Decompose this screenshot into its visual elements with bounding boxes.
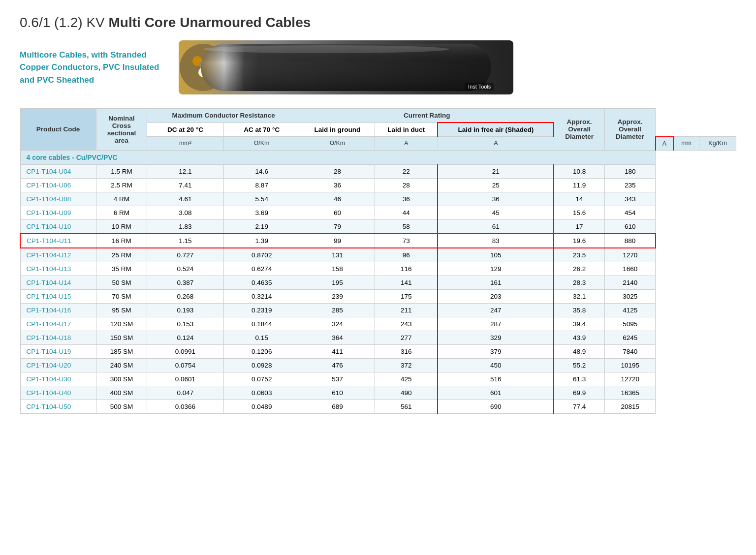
- cell-8: 180: [605, 164, 656, 178]
- table-row: CP1-T104-U18150 SM0.1240.1536427732943.9…: [20, 331, 736, 344]
- cell-8: 343: [605, 192, 656, 206]
- cell-6: 379: [438, 344, 554, 358]
- header-nominal-cross: NominalCrosssectionalarea: [96, 109, 147, 151]
- cell-6: 247: [438, 303, 554, 317]
- cell-4: 158: [300, 262, 375, 276]
- cell-3: 0.6274: [223, 262, 300, 276]
- cell-0: CP1-T104-U04: [20, 164, 96, 178]
- unit-amp-a: A: [375, 137, 438, 151]
- cell-6: 105: [438, 248, 554, 262]
- unit-mm: mm: [673, 137, 699, 151]
- header-approx-diameter: Approx.OverallDiameter: [554, 109, 604, 151]
- cell-7: 35.8: [554, 303, 604, 317]
- table-row: CP1-T104-U1450 SM0.3870.463519514116128.…: [20, 276, 736, 289]
- section-label: 4 core cables - Cu/PVC/PVC: [20, 150, 656, 164]
- cell-7: 43.9: [554, 331, 604, 344]
- cell-1: 300 SM: [96, 372, 147, 386]
- cell-7: 55.2: [554, 358, 604, 372]
- cell-7: 61.3: [554, 372, 604, 386]
- cell-1: 240 SM: [96, 358, 147, 372]
- cell-6: 287: [438, 317, 554, 331]
- cell-2: 0.727: [147, 248, 223, 262]
- cell-5: 44: [375, 206, 438, 219]
- table-row: CP1-T104-U17120 SM0.1530.184432424328739…: [20, 317, 736, 331]
- cell-8: 5095: [605, 317, 656, 331]
- cell-5: 96: [375, 248, 438, 262]
- cell-2: 0.124: [147, 331, 223, 344]
- cable-data-table: Product Code NominalCrosssectionalarea M…: [20, 108, 736, 414]
- cell-8: 454: [605, 206, 656, 219]
- cell-4: 285: [300, 303, 375, 317]
- cell-4: 610: [300, 386, 375, 400]
- cell-3: 1.39: [223, 234, 300, 248]
- cell-0: CP1-T104-U18: [20, 331, 96, 344]
- unit-amp-c: A: [656, 137, 673, 151]
- cell-5: 116: [375, 262, 438, 276]
- unit-ohm-ac: Ω/Km: [300, 137, 375, 151]
- cell-6: 45: [438, 206, 554, 219]
- cell-3: 2.19: [223, 219, 300, 234]
- cell-4: 324: [300, 317, 375, 331]
- cell-4: 60: [300, 206, 375, 219]
- cell-8: 4125: [605, 303, 656, 317]
- cell-6: 161: [438, 276, 554, 289]
- cell-0: CP1-T104-U08: [20, 192, 96, 206]
- cell-2: 0.524: [147, 262, 223, 276]
- cell-3: 0.0489: [223, 400, 300, 413]
- header-dc20: DC at 20 °C: [147, 123, 223, 137]
- cell-4: 239: [300, 289, 375, 303]
- cell-2: 0.0991: [147, 344, 223, 358]
- cell-7: 69.9: [554, 386, 604, 400]
- cell-6: 690: [438, 400, 554, 413]
- cell-5: 211: [375, 303, 438, 317]
- cell-0: CP1-T104-U20: [20, 358, 96, 372]
- cell-4: 476: [300, 358, 375, 372]
- cell-5: 73: [375, 234, 438, 248]
- cell-8: 1660: [605, 262, 656, 276]
- cell-6: 516: [438, 372, 554, 386]
- cell-2: 7.41: [147, 178, 223, 192]
- cell-1: 400 SM: [96, 386, 147, 400]
- cell-0: CP1-T104-U14: [20, 276, 96, 289]
- cell-0: CP1-T104-U09: [20, 206, 96, 219]
- cell-7: 15.6: [554, 206, 604, 219]
- cell-2: 0.0366: [147, 400, 223, 413]
- cell-7: 11.9: [554, 178, 604, 192]
- cell-0: CP1-T104-U40: [20, 386, 96, 400]
- cell-3: 8.87: [223, 178, 300, 192]
- cable-image: Inst Tools: [179, 40, 513, 94]
- cell-5: 561: [375, 400, 438, 413]
- cell-0: CP1-T104-U13: [20, 262, 96, 276]
- cell-7: 77.4: [554, 400, 604, 413]
- cell-5: 490: [375, 386, 438, 400]
- cell-3: 0.4635: [223, 276, 300, 289]
- cell-8: 7840: [605, 344, 656, 358]
- cell-2: 0.047: [147, 386, 223, 400]
- cell-5: 28: [375, 178, 438, 192]
- cell-6: 83: [438, 234, 554, 248]
- cell-8: 20815: [605, 400, 656, 413]
- cell-3: 0.0603: [223, 386, 300, 400]
- table-row: CP1-T104-U1570 SM0.2680.321423917520332.…: [20, 289, 736, 303]
- cell-5: 277: [375, 331, 438, 344]
- cell-4: 364: [300, 331, 375, 344]
- cell-6: 203: [438, 289, 554, 303]
- cell-7: 14: [554, 192, 604, 206]
- table-row: CP1-T104-U30300 SM0.06010.07525374255166…: [20, 372, 736, 386]
- page-title: 0.6/1 (1.2) KV Multi Core Unarmoured Cab…: [20, 15, 736, 31]
- cell-8: 12720: [605, 372, 656, 386]
- header-ac70: AC at 70 °C: [223, 123, 300, 137]
- inst-tools-label: Inst Tools: [465, 83, 494, 91]
- cell-0: CP1-T104-U15: [20, 289, 96, 303]
- unit-ohm-dc: Ω/Km: [223, 137, 300, 151]
- cell-3: 14.6: [223, 164, 300, 178]
- header-row-1: Product Code NominalCrosssectionalarea M…: [20, 109, 736, 123]
- cell-2: 12.1: [147, 164, 223, 178]
- table-row: CP1-T104-U20240 SM0.07540.09284763724505…: [20, 358, 736, 372]
- cell-2: 0.268: [147, 289, 223, 303]
- cell-5: 175: [375, 289, 438, 303]
- header-laid-duct: Laid in duct: [375, 123, 438, 137]
- header-approx-weight: Approx.OverallDiameter: [605, 109, 656, 151]
- intro-text: Multicore Cables, with Stranded Copper C…: [20, 49, 159, 87]
- cell-6: 25: [438, 178, 554, 192]
